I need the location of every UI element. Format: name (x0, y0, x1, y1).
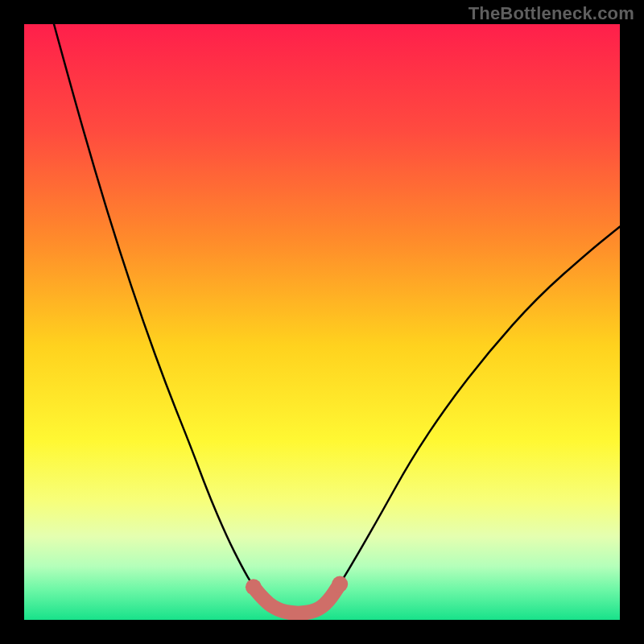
svg-point-2 (332, 576, 348, 592)
gradient-background (24, 24, 620, 620)
chart-frame: TheBottleneck.com (0, 0, 644, 644)
bottleneck-chart (0, 0, 644, 644)
watermark-text: TheBottleneck.com (469, 3, 634, 24)
svg-point-1 (246, 579, 262, 595)
